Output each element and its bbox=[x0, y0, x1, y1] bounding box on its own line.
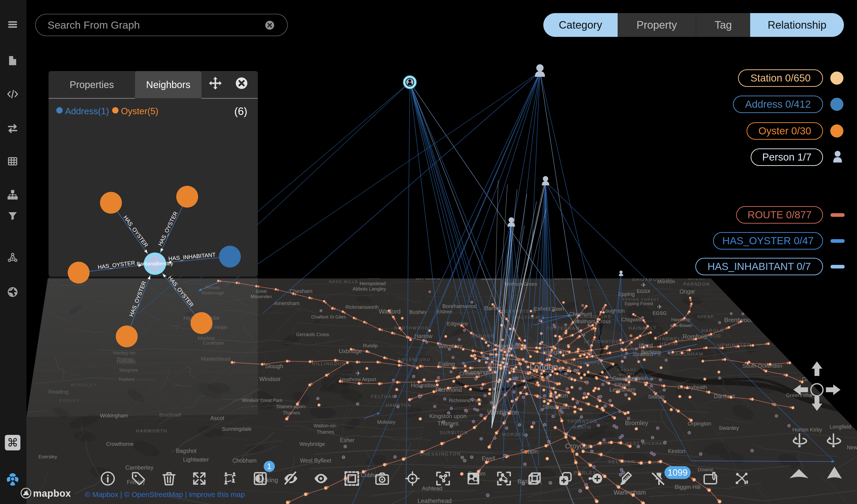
svg-text:HAS_OYSTER: HAS_OYSTER bbox=[167, 275, 195, 308]
svg-text:HAS_OYSTER: HAS_OYSTER bbox=[128, 280, 147, 317]
svg-text:HAS_OYSTER: HAS_OYSTER bbox=[157, 210, 179, 247]
svg-text:HAS_OYSTER: HAS_OYSTER bbox=[97, 260, 135, 271]
svg-text:Barbara|Bentley: Barbara|Bentley bbox=[137, 261, 173, 266]
svg-text:HAS_OYSTER: HAS_OYSTER bbox=[122, 214, 149, 248]
